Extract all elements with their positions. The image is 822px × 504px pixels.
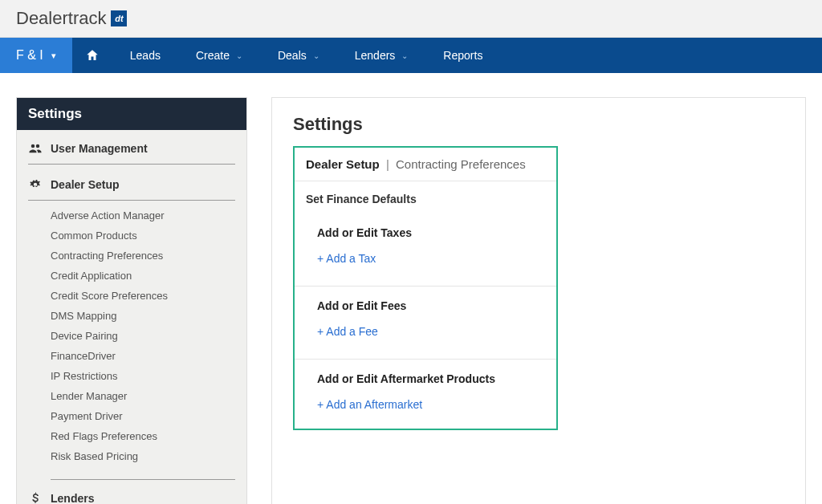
- block-title: Add or Edit Aftermarket Products: [317, 372, 545, 385]
- sidebar-item-payment-driver[interactable]: Payment Driver: [51, 406, 235, 426]
- sidebar-item-contracting-preferences[interactable]: Contracting Preferences: [51, 246, 235, 266]
- block-fees: Add or Edit Fees + Add a Fee: [295, 287, 556, 360]
- sidebar-section-dealer-setup: Dealer Setup Adverse Action Manager Comm…: [17, 166, 246, 474]
- sidebar-item-credit-score-preferences[interactable]: Credit Score Preferences: [51, 286, 235, 306]
- breadcrumb-main: Dealer Setup: [306, 157, 380, 171]
- nav-item-create[interactable]: Create ⌄: [178, 38, 260, 73]
- sidebar-item-lender-manager[interactable]: Lender Manager: [51, 386, 235, 406]
- nav-home-button[interactable]: [72, 38, 112, 73]
- logo-badge-icon: dt: [111, 10, 127, 26]
- sidebar-item-ip-restrictions[interactable]: IP Restrictions: [51, 366, 235, 386]
- add-tax-link[interactable]: + Add a Tax: [317, 252, 545, 265]
- nav-label: Deals: [278, 49, 307, 62]
- sidebar-heading-label: User Management: [51, 142, 148, 155]
- nav-brand-label: F & I: [16, 48, 43, 63]
- divider: [28, 164, 235, 165]
- sidebar-heading-dealer-setup[interactable]: Dealer Setup: [28, 166, 235, 200]
- nav-item-deals[interactable]: Deals ⌄: [260, 38, 337, 73]
- sidebar-dealer-setup-list: Adverse Action Manager Common Products C…: [28, 202, 235, 474]
- nav-brand[interactable]: F & I ▾: [0, 38, 72, 73]
- main-nav: F & I ▾ Leads Create ⌄ Deals ⌄ Lenders ⌄…: [0, 38, 822, 73]
- main-content-wrap: Settings User Management Dealer Setup Ad…: [0, 73, 822, 504]
- sidebar-item-credit-application[interactable]: Credit Application: [51, 266, 235, 286]
- dollar-icon: [28, 491, 43, 504]
- add-fee-link[interactable]: + Add a Fee: [317, 325, 545, 338]
- add-aftermarket-link[interactable]: + Add an Aftermarket: [317, 398, 545, 411]
- nav-label: Lenders: [355, 49, 396, 62]
- sidebar-item-adverse-action[interactable]: Adverse Action Manager: [51, 205, 235, 226]
- gears-icon: [28, 177, 43, 192]
- sidebar-item-risk-based-pricing[interactable]: Risk Based Pricing: [51, 446, 235, 466]
- content-panel: Settings Dealer Setup | Contracting Pref…: [271, 97, 806, 504]
- block-taxes: Add or Edit Taxes + Add a Tax: [295, 213, 556, 287]
- chevron-down-icon: ⌄: [401, 51, 408, 60]
- contracting-preferences-panel: Dealer Setup | Contracting Preferences S…: [293, 146, 558, 430]
- sidebar-title: Settings: [17, 98, 246, 130]
- sidebar-item-financedriver[interactable]: FinanceDriver: [51, 346, 235, 366]
- sidebar-heading-label: Dealer Setup: [51, 178, 120, 191]
- sidebar-heading-user-management[interactable]: User Management: [28, 130, 235, 164]
- chevron-down-icon: ⌄: [236, 51, 242, 60]
- block-title: Add or Edit Taxes: [317, 226, 545, 239]
- finance-defaults-heading: Set Finance Defaults: [295, 181, 556, 213]
- app-header: Dealertrack dt: [0, 0, 822, 38]
- sidebar-section-lenders: Lenders: [17, 480, 246, 504]
- nav-items: Leads Create ⌄ Deals ⌄ Lenders ⌄ Reports: [112, 38, 501, 73]
- chevron-down-icon: ▾: [51, 51, 56, 61]
- settings-sidebar: Settings User Management Dealer Setup Ad…: [16, 97, 247, 504]
- nav-label: Leads: [130, 49, 161, 62]
- breadcrumb-separator: |: [383, 157, 393, 171]
- nav-item-reports[interactable]: Reports: [425, 38, 500, 73]
- sidebar-item-red-flags-preferences[interactable]: Red Flags Preferences: [51, 426, 235, 446]
- block-aftermarket: Add or Edit Aftermarket Products + Add a…: [295, 360, 556, 429]
- sidebar-heading-lenders[interactable]: Lenders: [28, 480, 235, 504]
- chevron-down-icon: ⌄: [313, 51, 319, 60]
- block-title: Add or Edit Fees: [317, 299, 545, 312]
- nav-item-leads[interactable]: Leads: [112, 38, 178, 73]
- sidebar-item-common-products[interactable]: Common Products: [51, 226, 235, 246]
- sidebar-heading-label: Lenders: [51, 492, 94, 504]
- sidebar-item-device-pairing[interactable]: Device Pairing: [51, 326, 235, 346]
- logo-text: Dealertrack: [16, 8, 106, 29]
- breadcrumb-sub: Contracting Preferences: [396, 157, 526, 171]
- sidebar-section-user-management: User Management: [17, 130, 246, 165]
- nav-item-lenders[interactable]: Lenders ⌄: [337, 38, 426, 73]
- home-icon: [85, 48, 100, 63]
- divider: [28, 200, 235, 201]
- logo[interactable]: Dealertrack dt: [16, 8, 127, 29]
- breadcrumb: Dealer Setup | Contracting Preferences: [295, 148, 556, 181]
- nav-label: Reports: [443, 49, 482, 62]
- sidebar-item-dms-mapping[interactable]: DMS Mapping: [51, 306, 235, 326]
- users-icon: [28, 141, 43, 156]
- nav-label: Create: [196, 49, 230, 62]
- page-title: Settings: [293, 114, 784, 135]
